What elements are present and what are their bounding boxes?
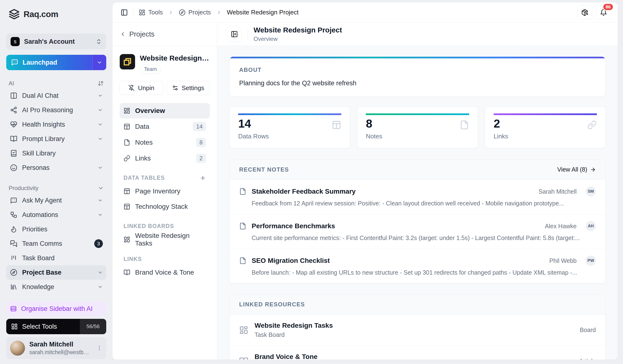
sidebar-item-prompt-library[interactable]: Prompt Library: [6, 132, 106, 146]
user-avatar: [10, 341, 25, 356]
notes-count-badge: 8: [196, 138, 206, 147]
grid-icon: [139, 9, 145, 16]
breadcrumb-tools[interactable]: Tools: [139, 9, 163, 16]
sidebar-item-knowledge[interactable]: Knowledge: [6, 280, 106, 294]
account-avatar: s: [11, 37, 20, 46]
chevron-down-icon: [98, 185, 104, 191]
sidebar-item-skill-library[interactable]: Skill Library: [6, 146, 106, 160]
user-meta: Sarah Mitchell sarah.mitchell@westbur...: [29, 341, 92, 356]
heart-pulse-icon: [10, 121, 17, 128]
data-tables-section-header: DATA TABLES: [120, 175, 210, 184]
select-tools-button[interactable]: Select Tools 56/56: [6, 319, 106, 334]
book-open-icon: [239, 357, 248, 360]
note-row-seo-migration-checklist[interactable]: SEO Migration Checklist Phil Webb PW Bef…: [229, 249, 605, 283]
page-title-block: Website Redesign Project Overview: [254, 26, 342, 42]
project-nav-overview[interactable]: Overview: [120, 103, 210, 118]
data-table-technology-stack[interactable]: Technology Stack: [120, 199, 210, 214]
sidebar-item-priorities[interactable]: Priorities: [6, 222, 106, 236]
layers-logo-icon: [9, 9, 20, 20]
unpin-button[interactable]: Unpin: [120, 81, 163, 95]
user-name: Sarah Mitchell: [29, 341, 92, 348]
launchpad-label: Launchpad: [22, 59, 57, 66]
linked-board-website-redesign-tasks[interactable]: Website Redesign Tasks: [120, 232, 210, 247]
project-nav-data[interactable]: Data 14: [120, 119, 210, 134]
chevron-right-icon: [168, 10, 174, 15]
productivity-section-header[interactable]: Productivity: [6, 183, 106, 193]
resource-row-website-redesign-tasks[interactable]: Website Redesign Tasks Task Board Board: [229, 314, 605, 345]
sort-arrows-icon[interactable]: [98, 80, 104, 86]
sidebar-bottom: Organise Sidebar with AI Select Tools 56…: [6, 301, 106, 359]
file-icon: [239, 257, 246, 264]
data-table-page-inventory[interactable]: Page Inventory: [120, 184, 210, 199]
team-comms-badge: 3: [94, 239, 103, 248]
launchpad-main[interactable]: Launchpad: [6, 55, 92, 70]
stat-card-data-rows[interactable]: 14 Data Rows: [229, 107, 350, 149]
stat-card-links[interactable]: 2 Links: [485, 107, 606, 149]
app-root: Raq.com s Sarah's Account Launchpad AI D…: [0, 0, 623, 364]
topbar: Tools Projects Website Redesign Project …: [112, 2, 618, 22]
chevron-down-icon: [98, 198, 103, 203]
project-nav: Overview Data 14 Notes 8: [120, 103, 210, 166]
plus-icon[interactable]: [200, 175, 206, 181]
app-body: Projects Website Redesign P... Team: [112, 22, 618, 360]
sidebar-item-personas[interactable]: Personas: [6, 160, 106, 175]
library-icon: [10, 283, 17, 290]
sidebar-item-project-base[interactable]: Project Base: [6, 265, 106, 280]
sidebar-item-task-board[interactable]: Task Board: [6, 251, 106, 265]
link-brand-voice-tone[interactable]: Brand Voice & Tone: [120, 265, 210, 280]
sidebar-item-dual-ai-chat[interactable]: Dual AI Chat: [6, 88, 106, 103]
project-nav-notes[interactable]: Notes 8: [120, 135, 210, 150]
notifications-button[interactable]: 86: [596, 5, 611, 20]
data-count-badge: 14: [193, 122, 206, 131]
ai-section-header: AI: [6, 78, 106, 88]
personas-mask-icon: [10, 164, 17, 171]
compass-icon: [179, 9, 186, 16]
project-panel: Projects Website Redesign P... Team: [112, 22, 217, 360]
more-vertical-icon[interactable]: [96, 345, 102, 351]
launchpad-button[interactable]: Launchpad: [6, 55, 106, 70]
account-switcher[interactable]: s Sarah's Account: [6, 34, 106, 49]
sidebar-item-ask-my-agent[interactable]: Ask My Agent: [6, 193, 106, 208]
file-icon: [124, 139, 130, 146]
chevron-down-icon: [98, 284, 103, 290]
project-nav-links[interactable]: Links 2: [120, 151, 210, 166]
note-row-performance-benchmarks[interactable]: Performance Benchmarks Alex Hawke AH Cur…: [229, 214, 605, 249]
select-tools-main[interactable]: Select Tools: [6, 319, 80, 334]
resource-row-brand-voice-tone[interactable]: Brand Voice & Tone Knowledge Article Art…: [229, 345, 605, 360]
topbar-actions: 86: [577, 5, 611, 20]
topbar-divider: [133, 8, 134, 17]
project-type-badge: Team: [140, 65, 161, 74]
organise-sidebar-button[interactable]: Organise Sidebar with AI: [6, 301, 106, 316]
main: Website Redesign Project Overview ABOUT …: [217, 22, 618, 360]
ai-section-label: AI: [9, 80, 14, 87]
panel-left-close-button[interactable]: [227, 27, 242, 42]
linked-resources-card: LINKED RESOURCES Website Redesign Tasks …: [229, 295, 606, 360]
breadcrumb-projects[interactable]: Projects: [179, 9, 211, 16]
book-check-icon: [10, 150, 17, 157]
sidebar-item-health-insights[interactable]: Health Insights: [6, 117, 106, 132]
share-network-icon: [10, 107, 17, 114]
app-logo-text: Raq.com: [23, 9, 58, 19]
view-all-notes-link[interactable]: View All (8): [557, 166, 596, 173]
chevron-down-icon: [98, 107, 103, 113]
kanban-icon: [10, 255, 17, 262]
launchpad-dropdown-button[interactable]: [92, 55, 106, 70]
settings-button[interactable]: Settings: [167, 81, 210, 95]
note-row-stakeholder-feedback[interactable]: Stakeholder Feedback Summary Sarah Mitch…: [229, 179, 605, 214]
user-profile[interactable]: Sarah Mitchell sarah.mitchell@westbur...: [6, 337, 106, 359]
package-search-button[interactable]: [577, 5, 592, 20]
stat-card-notes[interactable]: 8 Notes: [357, 107, 478, 149]
back-to-projects[interactable]: Projects: [112, 22, 217, 46]
message-square-more-icon: [11, 59, 18, 66]
project-actions: Unpin Settings: [120, 81, 210, 95]
sidebar-item-automations[interactable]: Automations: [6, 208, 106, 222]
project-header: Website Redesign P... Team: [120, 54, 210, 74]
about-card: ABOUT Planning docs for the Q2 website r…: [229, 56, 606, 97]
chevron-right-icon: [216, 10, 222, 15]
sidebar-item-ai-pro-reasoning[interactable]: AI Pro Reasoning: [6, 103, 106, 117]
select-tools-count: 56/56: [80, 319, 106, 334]
panel-left-icon[interactable]: [121, 9, 128, 16]
compass-icon: [10, 269, 17, 276]
links-section-header: LINKS: [120, 256, 210, 265]
sidebar-item-team-comms[interactable]: Team Comms 3: [6, 236, 106, 251]
